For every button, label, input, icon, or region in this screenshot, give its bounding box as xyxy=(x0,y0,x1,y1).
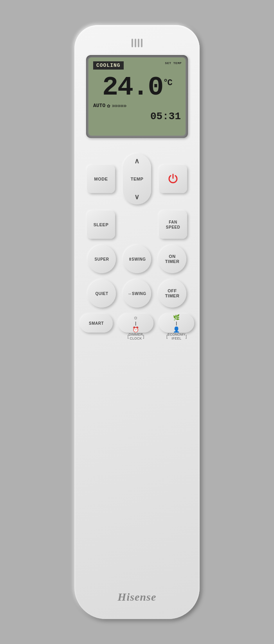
swing-v-button[interactable]: ⇕SWING xyxy=(123,245,151,273)
speaker-grille xyxy=(132,39,142,47)
dimmer-clock-label: DIMMERCLOCK xyxy=(129,333,143,340)
mode-button[interactable]: MODE xyxy=(87,165,115,193)
dimmer-clock-btn-container: ☼ | ⏰ [ DIMMERCLOCK ] xyxy=(118,314,153,340)
ifeel-icon: 👤 xyxy=(173,326,180,333)
button-row-1: MODE ∧ TEMP ∨ xyxy=(86,154,188,204)
quiet-button[interactable]: QUIET xyxy=(88,279,116,308)
sleep-button[interactable]: SLEEP xyxy=(87,211,115,239)
lcd-display: COOLING SET TEMP 24.0°C AUTO ✿ »»»»» 05:… xyxy=(86,55,188,138)
lcd-screen: COOLING SET TEMP 24.0°C AUTO ✿ »»»»» 05:… xyxy=(88,57,186,136)
lcd-time: 05:31 xyxy=(93,111,181,122)
smart-btn-container: SMART xyxy=(80,314,113,340)
button-row-3: SUPER ⇕SWING ONTIMER xyxy=(86,245,188,273)
temp-label: TEMP xyxy=(131,177,144,181)
speaker-bar-2 xyxy=(135,39,136,47)
economy-ifeel-btn-container: 🌿 | 👤 [ ECONOMYIFEEL ] xyxy=(159,314,194,340)
smart-button[interactable]: SMART xyxy=(80,314,113,333)
swing-h-button[interactable]: ↔SWING xyxy=(123,279,151,308)
economy-ifeel-button[interactable]: 🌿 | 👤 xyxy=(159,314,194,333)
remote-body: COOLING SET TEMP 24.0°C AUTO ✿ »»»»» 05:… xyxy=(74,25,200,619)
power-icon xyxy=(167,173,179,185)
super-button[interactable]: SUPER xyxy=(88,245,116,273)
lcd-auto-label: AUTO xyxy=(93,103,105,109)
fan-speed-button[interactable]: FAN SPEED xyxy=(159,211,187,239)
dimmer-clock-button[interactable]: ☼ | ⏰ xyxy=(118,314,153,333)
off-timer-button[interactable]: OFFTIMER xyxy=(158,279,186,308)
temp-down-icon: ∨ xyxy=(134,193,140,200)
lcd-fan-icon: ✿ xyxy=(107,102,110,109)
speaker-bar-4 xyxy=(141,39,142,47)
power-button[interactable] xyxy=(159,165,187,193)
clock-icon: ⏰ xyxy=(132,326,139,333)
economy-ifeel-label: ECONOMYIFEEL xyxy=(168,333,186,340)
buttons-area: MODE ∧ TEMP ∨ xyxy=(86,154,188,340)
on-timer-button[interactable]: ONTIMER xyxy=(158,245,186,273)
brand-name: Hisense xyxy=(118,591,157,603)
button-row-4: QUIET ↔SWING OFFTIMER xyxy=(86,279,188,308)
page-background: COOLING SET TEMP 24.0°C AUTO ✿ »»»»» 05:… xyxy=(0,0,274,644)
speaker-bar-3 xyxy=(138,39,139,47)
speaker-bar-1 xyxy=(132,39,133,47)
temp-button[interactable]: ∧ TEMP ∨ xyxy=(123,154,151,204)
button-row-5: SMART ☼ | ⏰ [ DIMMERCLOCK ] xyxy=(86,314,188,340)
temp-up-icon: ∧ xyxy=(134,157,140,165)
lcd-set-temp-label: SET TEMP xyxy=(165,61,182,65)
lcd-arrows: »»»»» xyxy=(112,103,126,109)
button-row-2: SLEEP FAN SPEED xyxy=(86,211,188,239)
economy-icon: 🌿 xyxy=(173,314,180,320)
lcd-mode: COOLING xyxy=(93,61,124,70)
lcd-status-row: AUTO ✿ »»»»» xyxy=(93,102,181,109)
brand-area: Hisense xyxy=(118,583,157,603)
lcd-temperature: 24.0°C xyxy=(102,72,172,102)
dimmer-icon: ☼ xyxy=(133,314,138,320)
